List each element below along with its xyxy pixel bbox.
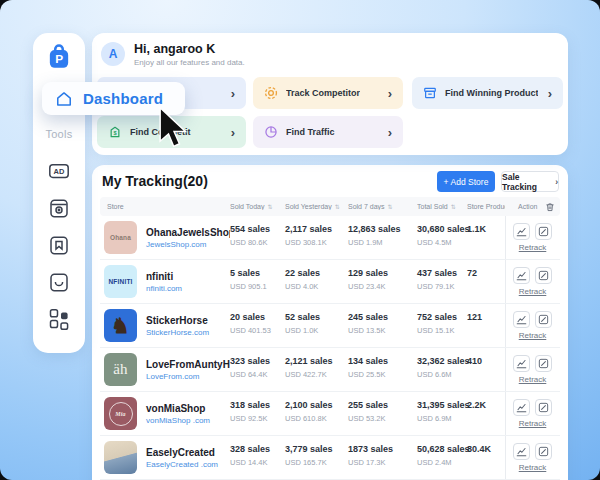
analytics-button[interactable] <box>513 311 530 328</box>
edit-button[interactable] <box>535 267 552 284</box>
user-avatar[interactable]: A <box>101 42 125 66</box>
analytics-button[interactable] <box>513 223 530 240</box>
retrack-link[interactable]: Retrack <box>519 375 547 384</box>
trash-icon[interactable] <box>545 202 555 212</box>
sort-icon: ⇅ <box>268 203 273 210</box>
sidebar: P Tools AD <box>33 33 85 353</box>
card-label: Find Winning Product <box>445 88 538 98</box>
store-name: OhanaJewelsShop <box>146 227 230 238</box>
sold-today-value: 323 sales <box>230 356 285 366</box>
sold-today-value: 5 sales <box>230 268 285 278</box>
store-domain-link[interactable]: EaselyCreated .com <box>146 460 218 469</box>
store-name: StickerHorse <box>146 315 209 326</box>
dashboard-nav-button[interactable]: Dashboard <box>42 82 185 115</box>
retrack-link[interactable]: Retrack <box>519 243 547 252</box>
retrack-link[interactable]: Retrack <box>519 287 547 296</box>
card-find-winning-product[interactable]: Find Winning Product › <box>412 77 563 109</box>
store-products-value: 2.2K <box>467 400 505 410</box>
add-store-button[interactable]: + Add Store <box>437 171 495 192</box>
sold-today-usd: USD 905.1 <box>230 282 285 291</box>
store-domain-link[interactable]: StickerHorse.com <box>146 328 209 337</box>
store-name: LoveFromAuntyHelen <box>146 359 230 370</box>
col-action: Action <box>505 202 560 212</box>
store-domain-link[interactable]: nfiniti.com <box>146 284 182 293</box>
ad-icon[interactable]: AD <box>48 160 70 182</box>
tools-label: Tools <box>45 128 72 140</box>
card-find-competitor[interactable]: $ Find Competit › <box>97 116 246 148</box>
total-sold-value: 437 sales <box>417 268 467 278</box>
analytics-button[interactable] <box>513 443 530 460</box>
store-bag-icon[interactable] <box>48 271 70 293</box>
sold-7days-value: 129 sales <box>348 268 417 278</box>
store-domain-link[interactable]: JewelsShop.com <box>146 240 230 249</box>
apps-grid-icon[interactable] <box>48 308 70 330</box>
edit-button[interactable] <box>535 443 552 460</box>
card-track-competitor[interactable]: Track Competitor › <box>253 77 403 109</box>
sidebar-tool-icons: AD <box>48 160 70 330</box>
total-sold-value: 32,362 sales <box>417 356 467 366</box>
sold-yesterday-value: 2,121 sales <box>285 356 348 366</box>
store-bookmark-icon[interactable] <box>48 234 70 256</box>
home-icon <box>55 91 73 107</box>
tracking-table: Store Sold Today⇅ Sold Yesterday⇅ Sold 7… <box>100 197 560 480</box>
sold-yesterday-value: 52 sales <box>285 312 348 322</box>
col-sold-yesterday[interactable]: Sold Yesterday⇅ <box>285 203 348 210</box>
sort-icon: ⇅ <box>451 203 456 210</box>
store-logo: Mia <box>104 397 137 430</box>
pie-chart-icon <box>264 125 278 139</box>
col-sold-7-days[interactable]: Sold 7 days⇅ <box>348 203 417 210</box>
sold-today-usd: USD 80.6K <box>230 238 285 247</box>
sold-today-value: 554 sales <box>230 224 285 234</box>
store-products-value: 72 <box>467 268 505 278</box>
retrack-link[interactable]: Retrack <box>519 331 547 340</box>
chevron-right-icon: › <box>555 177 558 187</box>
chevron-right-icon: › <box>231 126 235 139</box>
store-name: nfiniti <box>146 271 182 282</box>
retrack-link[interactable]: Retrack <box>519 463 547 472</box>
sale-tracking-button[interactable]: Sale Tracking › <box>501 171 559 192</box>
store-products-value: 80.4K <box>467 444 505 454</box>
product-box-icon <box>423 86 437 100</box>
edit-button[interactable] <box>535 399 552 416</box>
total-sold-usd: USD 79.1K <box>417 282 467 291</box>
total-sold-value: 752 sales <box>417 312 467 322</box>
total-sold-usd: USD 6.6M <box>417 370 467 379</box>
retrack-link[interactable]: Retrack <box>519 419 547 428</box>
store-logo: ♞ <box>104 309 137 342</box>
chart-icon <box>516 402 527 413</box>
store-domain-link[interactable]: LoveFrom.com <box>146 372 230 381</box>
app-logo[interactable]: P <box>46 42 72 70</box>
edit-button[interactable] <box>535 311 552 328</box>
card-find-traffic[interactable]: Find Traffic › <box>253 116 403 148</box>
edit-button[interactable] <box>535 223 552 240</box>
store-logo: Ohana <box>104 221 137 254</box>
sold-today-usd: USD 14.4K <box>230 458 285 467</box>
card-label: Track Competitor <box>286 88 360 98</box>
target-icon <box>264 86 278 100</box>
total-sold-value: 30,680 sales <box>417 224 467 234</box>
analytics-button[interactable] <box>513 355 530 372</box>
edit-button[interactable] <box>535 355 552 372</box>
store-camera-icon[interactable] <box>48 197 70 219</box>
col-sold-today[interactable]: Sold Today⇅ <box>230 203 285 210</box>
analytics-button[interactable] <box>513 399 530 416</box>
sold-yesterday-value: 3,779 sales <box>285 444 348 454</box>
screen: P Tools AD A Hi, angaroo K Enjoy all o <box>0 0 600 480</box>
analytics-button[interactable] <box>513 267 530 284</box>
table-row: ♞ StickerHorseStickerHorse.com 20 salesU… <box>100 304 560 348</box>
chevron-right-icon: › <box>388 87 392 100</box>
sold-7days-usd: USD 23.4K <box>348 282 417 291</box>
total-sold-value: 31,395 sales <box>417 400 467 410</box>
chart-icon <box>516 358 527 369</box>
edit-icon <box>538 402 549 413</box>
col-total-sold[interactable]: Total Sold⇅ <box>417 203 467 210</box>
sold-yesterday-usd: USD 422.7K <box>285 370 348 379</box>
chevron-right-icon: › <box>231 87 235 100</box>
sold-yesterday-value: 22 sales <box>285 268 348 278</box>
tracking-panel: My Tracking(20) + Add Store Sale Trackin… <box>92 165 568 480</box>
dollar-store-icon: $ <box>108 125 122 139</box>
table-header: Store Sold Today⇅ Sold Yesterday⇅ Sold 7… <box>100 197 560 216</box>
total-sold-usd: USD 6.9M <box>417 414 467 423</box>
store-domain-link[interactable]: vonMiaShop .com <box>146 416 210 425</box>
chart-icon <box>516 314 527 325</box>
